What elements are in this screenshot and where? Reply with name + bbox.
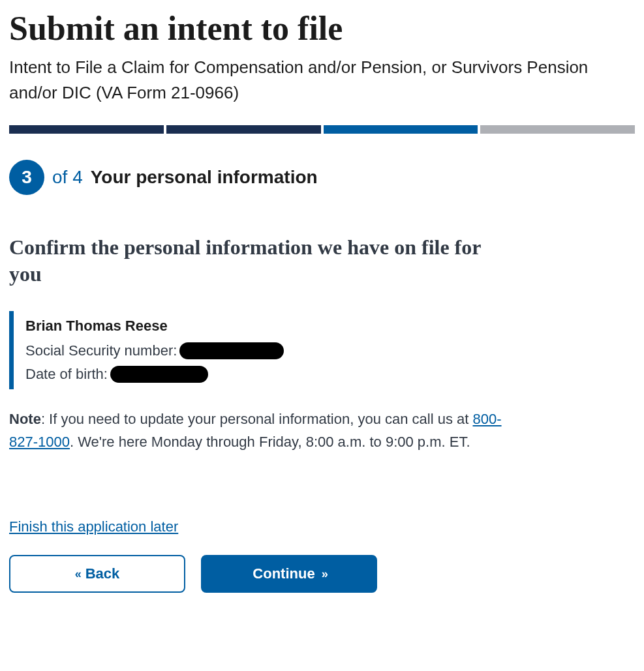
- note-text: Note: If you need to update your persona…: [9, 408, 525, 453]
- back-button-label: Back: [85, 565, 120, 582]
- dob-redacted: [110, 366, 208, 383]
- progress-segment-3: [324, 125, 478, 134]
- dob-label: Date of birth:: [25, 366, 108, 383]
- step-of-text: of 4: [52, 167, 83, 188]
- progress-segment-2: [166, 125, 321, 134]
- progress-segment-1: [9, 125, 164, 134]
- finish-later-link[interactable]: Finish this application later: [9, 518, 178, 535]
- page-title: Submit an intent to file: [9, 9, 635, 48]
- progress-segment-4: [480, 125, 635, 134]
- ssn-label: Social Security number:: [25, 342, 177, 359]
- step-number-circle: 3: [9, 160, 44, 195]
- personal-name: Brian Thomas Reese: [25, 318, 635, 335]
- page-subtitle: Intent to File a Claim for Compensation …: [9, 55, 635, 106]
- step-title: Your personal information: [91, 167, 318, 188]
- continue-button-label: Continue: [253, 565, 314, 582]
- personal-info-card: Brian Thomas Reese Social Security numbe…: [9, 311, 635, 389]
- dob-row: Date of birth:: [25, 366, 635, 383]
- step-header: 3 of 4 Your personal information: [9, 160, 635, 195]
- back-button[interactable]: « Back: [9, 555, 185, 593]
- chevron-right-icon: »: [322, 567, 326, 581]
- section-heading: Confirm the personal information we have…: [9, 234, 518, 288]
- chevron-left-icon: «: [75, 567, 79, 581]
- ssn-redacted: [179, 342, 284, 359]
- continue-button[interactable]: Continue »: [201, 555, 377, 593]
- progress-bar: [9, 125, 635, 134]
- note-text-after: . We're here Monday through Friday, 8:00…: [70, 434, 470, 450]
- button-row: « Back Continue »: [9, 555, 635, 593]
- note-label: Note: [9, 411, 41, 427]
- note-text-before: : If you need to update your personal in…: [41, 411, 473, 427]
- ssn-row: Social Security number:: [25, 342, 635, 359]
